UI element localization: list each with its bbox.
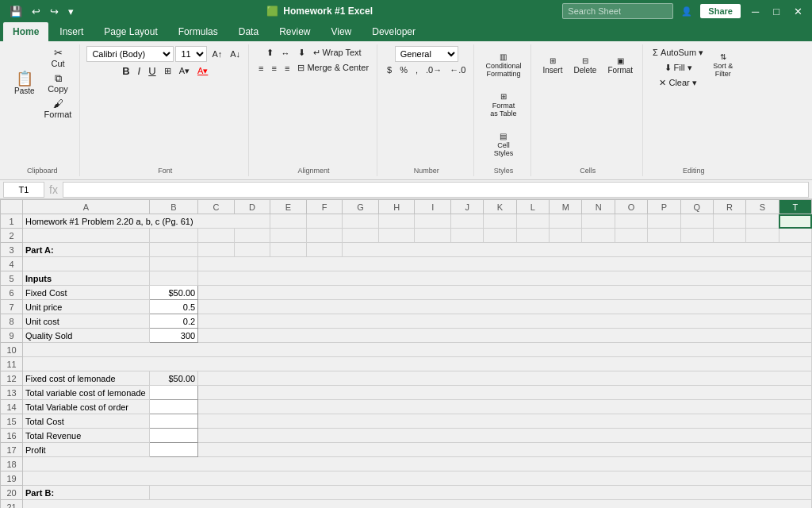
- tab-page-layout[interactable]: Page Layout: [94, 22, 167, 41]
- format-as-table-button[interactable]: ⊞ Formatas Table: [485, 86, 521, 124]
- bold-button[interactable]: B: [119, 64, 132, 79]
- clear-button[interactable]: ✕ Clear ▾: [649, 76, 707, 90]
- accounting-button[interactable]: $: [384, 64, 395, 76]
- tab-insert[interactable]: Insert: [50, 22, 93, 41]
- cell-j1[interactable]: [450, 214, 483, 229]
- cell-g3[interactable]: [343, 243, 812, 257]
- cut-button[interactable]: ✂ Cut: [41, 46, 75, 70]
- col-header-g[interactable]: G: [343, 200, 379, 214]
- cell-a19[interactable]: [23, 471, 812, 486]
- col-header-e[interactable]: E: [270, 200, 307, 214]
- col-header-k[interactable]: K: [484, 200, 516, 214]
- cell-m2[interactable]: [550, 229, 582, 243]
- cell-a20[interactable]: Part B:: [23, 486, 150, 500]
- cell-c2[interactable]: [198, 229, 235, 243]
- percent-button[interactable]: %: [396, 64, 411, 76]
- share-button[interactable]: Share: [700, 4, 741, 18]
- cell-d2[interactable]: [234, 229, 270, 243]
- cell-g2[interactable]: [343, 229, 379, 243]
- align-top-button[interactable]: ⬆: [263, 46, 277, 60]
- cell-a13[interactable]: Total variable cost of lemonade: [23, 386, 150, 400]
- copy-button[interactable]: ⧉ Copy: [41, 71, 75, 95]
- sheet-wrapper[interactable]: A B C D E F G H I J K L M N O P Q: [0, 199, 812, 508]
- cell-a6[interactable]: Fixed Cost: [23, 286, 150, 300]
- cell-h2[interactable]: [378, 229, 415, 243]
- col-header-h[interactable]: H: [378, 200, 415, 214]
- format-button[interactable]: ▣ Format: [603, 46, 638, 84]
- decrease-font-button[interactable]: A↓: [227, 48, 243, 60]
- cell-n2[interactable]: [582, 229, 615, 243]
- customize-button[interactable]: ▾: [65, 4, 77, 19]
- cell-b4[interactable]: [149, 257, 198, 271]
- autosum-button[interactable]: Σ AutoSum ▾: [649, 46, 707, 60]
- cell-b9[interactable]: 300: [149, 329, 198, 343]
- cell-a8[interactable]: Unit cost: [23, 314, 150, 329]
- cell-a12[interactable]: Fixed cost of lemonade: [23, 371, 150, 386]
- col-header-i[interactable]: I: [415, 200, 451, 214]
- cell-r2[interactable]: [713, 229, 745, 243]
- cell-a11[interactable]: [23, 357, 812, 371]
- col-header-j[interactable]: J: [450, 200, 483, 214]
- align-center-button[interactable]: ≡: [269, 62, 280, 75]
- italic-button[interactable]: I: [135, 64, 144, 79]
- redo-button[interactable]: ↪: [47, 4, 62, 19]
- increase-decimal-button[interactable]: .0→: [423, 64, 445, 76]
- cell-h1[interactable]: [378, 214, 415, 229]
- cell-b8[interactable]: 0.2: [149, 314, 198, 329]
- cell-k2[interactable]: [484, 229, 516, 243]
- cell-a2[interactable]: [23, 229, 150, 243]
- cell-a17[interactable]: Profit: [23, 443, 150, 457]
- cell-o1[interactable]: [615, 214, 647, 229]
- cell-t2[interactable]: [779, 229, 811, 243]
- cell-c16[interactable]: [198, 429, 812, 443]
- col-header-n[interactable]: N: [582, 200, 615, 214]
- col-header-t[interactable]: T: [779, 200, 811, 214]
- tab-home[interactable]: Home: [3, 22, 48, 41]
- cell-a9[interactable]: Quality Sold: [23, 329, 150, 343]
- underline-button[interactable]: U: [145, 64, 159, 79]
- fill-color-button[interactable]: A▾: [176, 64, 193, 78]
- cell-s1[interactable]: [746, 214, 779, 229]
- cell-a21[interactable]: [23, 500, 812, 509]
- cell-a5[interactable]: Inputs: [23, 271, 150, 286]
- align-right-button[interactable]: ≡: [282, 62, 293, 75]
- cell-b13[interactable]: [149, 386, 198, 400]
- cell-b6[interactable]: $50.00: [149, 286, 198, 300]
- cell-c8[interactable]: [198, 314, 812, 329]
- col-header-p[interactable]: P: [648, 200, 680, 214]
- col-header-s[interactable]: S: [746, 200, 779, 214]
- cell-c12[interactable]: [198, 371, 812, 386]
- close-button[interactable]: ✕: [791, 4, 806, 19]
- cell-b15[interactable]: [149, 414, 198, 429]
- minimize-button[interactable]: ─: [749, 4, 762, 19]
- cell-s2[interactable]: [746, 229, 779, 243]
- cell-c6[interactable]: [198, 286, 812, 300]
- cell-i2[interactable]: [415, 229, 451, 243]
- save-button[interactable]: 💾: [6, 4, 25, 19]
- cell-a1[interactable]: Homework #1 Problem 2.20 a, b, c (Pg. 61…: [23, 214, 270, 229]
- name-box[interactable]: [3, 182, 44, 198]
- tab-data[interactable]: Data: [229, 22, 268, 41]
- align-middle-button[interactable]: ↔: [278, 47, 293, 60]
- col-header-o[interactable]: O: [615, 200, 647, 214]
- col-header-r[interactable]: R: [713, 200, 745, 214]
- cell-q2[interactable]: [680, 229, 713, 243]
- cell-g1[interactable]: [343, 214, 379, 229]
- formula-input[interactable]: [63, 182, 809, 198]
- align-bottom-button[interactable]: ⬇: [295, 46, 308, 60]
- cell-c4[interactable]: [198, 257, 812, 271]
- cell-l2[interactable]: [516, 229, 549, 243]
- cell-b16[interactable]: [149, 429, 198, 443]
- cell-k1[interactable]: [484, 214, 516, 229]
- cell-a7[interactable]: Unit price: [23, 300, 150, 314]
- format-painter-button[interactable]: 🖌 Format: [41, 97, 75, 121]
- cell-p2[interactable]: [648, 229, 680, 243]
- tab-formulas[interactable]: Formulas: [169, 22, 228, 41]
- font-size-select[interactable]: 11 12: [175, 46, 207, 62]
- decrease-decimal-button[interactable]: ←.0: [446, 64, 469, 76]
- maximize-button[interactable]: □: [770, 4, 783, 19]
- cell-e2[interactable]: [270, 229, 307, 243]
- cell-c9[interactable]: [198, 329, 812, 343]
- cell-f1[interactable]: [306, 214, 343, 229]
- cell-e3[interactable]: [270, 243, 307, 257]
